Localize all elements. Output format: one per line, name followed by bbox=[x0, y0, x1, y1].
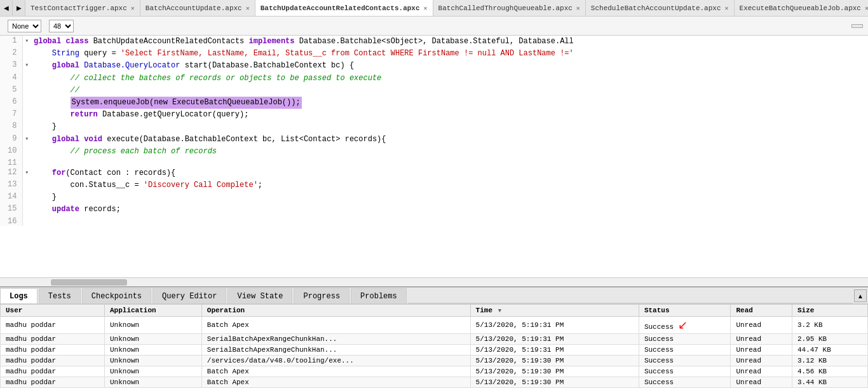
read-cell: Unread bbox=[731, 317, 792, 334]
line-arrow-10 bbox=[22, 146, 31, 158]
tab-5[interactable]: ExecuteBatchQueueableJob.apxc✕ bbox=[735, 0, 868, 17]
code-line-12: 12 ▾ for(Contact con : records){ bbox=[0, 167, 868, 179]
editor-area: 1 ▾ global class BatchUpdateAccountRelat… bbox=[0, 36, 868, 286]
line-arrow-13 bbox=[22, 179, 31, 191]
line-number-14: 14 bbox=[0, 191, 22, 204]
read-cell: Unread bbox=[731, 356, 792, 366]
log-row-1[interactable]: madhu poddar Unknown SerialBatchApexRang… bbox=[1, 334, 868, 345]
line-arrow-1[interactable]: ▾ bbox=[22, 36, 31, 48]
code-line-7: 7 return Database.getQueryLocator(query)… bbox=[0, 109, 868, 121]
status-cell: Success bbox=[639, 334, 731, 345]
code-line-6: 6 System.enqueueJob(new ExecuteBatchQueu… bbox=[0, 97, 868, 109]
tab-close-3[interactable]: ✕ bbox=[576, 4, 580, 12]
user-cell: madhu poddar bbox=[1, 345, 105, 356]
col-operation[interactable]: Operation bbox=[201, 305, 470, 317]
line-arrow-12[interactable]: ▾ bbox=[22, 167, 31, 179]
size-cell: 4.56 KB bbox=[792, 366, 867, 377]
line-code-16 bbox=[31, 216, 868, 226]
operation-cell: SerialBatchApexRangeChunkHan... bbox=[201, 345, 470, 356]
application-cell: Unknown bbox=[105, 345, 202, 356]
col-status[interactable]: Status bbox=[639, 305, 731, 317]
line-arrow-11 bbox=[22, 158, 31, 167]
line-number-15: 15 bbox=[0, 204, 22, 216]
coverage-select[interactable]: None bbox=[8, 20, 41, 32]
user-cell: madhu poddar bbox=[1, 377, 105, 388]
col-read[interactable]: Read bbox=[731, 305, 792, 317]
log-row-5[interactable]: madhu poddar Unknown Batch Apex 5/13/202… bbox=[1, 377, 868, 388]
code-table: 1 ▾ global class BatchUpdateAccountRelat… bbox=[0, 36, 868, 226]
line-arrow-5 bbox=[22, 85, 31, 97]
tab-close-2[interactable]: ✕ bbox=[424, 4, 428, 12]
tab-2[interactable]: BatchUpdateAccountRelatedContacts.apxc✕ bbox=[255, 0, 433, 17]
time-cell: 5/13/2020, 5:19:31 PM bbox=[470, 345, 639, 356]
line-number-4: 4 bbox=[0, 73, 22, 85]
line-arrow-8 bbox=[22, 121, 31, 133]
tab-bar: ◀ ▶ TestContactTrigger.apxc✕BatchAccount… bbox=[0, 0, 868, 17]
log-row-3[interactable]: madhu poddar Unknown /services/data/v48.… bbox=[1, 356, 868, 366]
bottom-tab-tests[interactable]: Tests bbox=[39, 288, 81, 303]
operation-cell: SerialBatchApexRangeChunkHan... bbox=[201, 334, 470, 345]
operation-cell: Batch Apex bbox=[201, 377, 470, 388]
tab-3[interactable]: BatchCalledThroughQueueable.apxc✕ bbox=[433, 0, 586, 17]
line-code-11 bbox=[31, 158, 868, 167]
bottom-tab-progress[interactable]: Progress bbox=[294, 288, 349, 303]
line-number-2: 2 bbox=[0, 48, 22, 60]
log-row-0[interactable]: madhu poddar Unknown Batch Apex 5/13/202… bbox=[1, 317, 868, 334]
collapse-button[interactable]: ▲ bbox=[854, 289, 867, 302]
tab-close-4[interactable]: ✕ bbox=[725, 4, 729, 12]
horizontal-scrollbar[interactable] bbox=[0, 277, 868, 286]
code-line-10: 10 // process each batch of records bbox=[0, 146, 868, 158]
line-code-10: // process each batch of records bbox=[31, 146, 868, 158]
api-select[interactable]: 48 bbox=[49, 20, 74, 32]
code-line-8: 8 } bbox=[0, 121, 868, 133]
tab-nav-next[interactable]: ▶ bbox=[13, 0, 25, 17]
tab-nav-prev[interactable]: ◀ bbox=[0, 0, 13, 17]
col-time[interactable]: Time ▼ bbox=[470, 305, 639, 317]
line-code-7: return Database.getQueryLocator(query); bbox=[31, 109, 868, 121]
line-number-1: 1 bbox=[0, 36, 22, 48]
line-arrow-16 bbox=[22, 216, 31, 226]
line-arrow-3[interactable]: ▾ bbox=[22, 60, 31, 72]
code-line-15: 15 update records; bbox=[0, 204, 868, 216]
tab-label-2: BatchUpdateAccountRelatedContacts.apxc bbox=[261, 4, 420, 12]
code-line-9: 9 ▾ global void execute(Database.Batchab… bbox=[0, 134, 868, 146]
line-arrow-9[interactable]: ▾ bbox=[22, 134, 31, 146]
read-cell: Unread bbox=[731, 366, 792, 377]
tab-1[interactable]: BatchAccountUpdate.apxc✕ bbox=[140, 0, 255, 17]
status-arrow-icon: ↙ bbox=[678, 318, 688, 332]
line-number-3: 3 bbox=[0, 60, 22, 72]
tab-close-1[interactable]: ✕ bbox=[246, 4, 250, 12]
time-cell: 5/13/2020, 5:19:30 PM bbox=[470, 356, 639, 366]
code-line-14: 14 } bbox=[0, 191, 868, 204]
line-number-16: 16 bbox=[0, 216, 22, 226]
goto-button[interactable] bbox=[851, 24, 863, 28]
line-arrow-15 bbox=[22, 204, 31, 216]
tab-0[interactable]: TestContactTrigger.apxc✕ bbox=[25, 0, 140, 17]
col-application[interactable]: Application bbox=[105, 305, 202, 317]
status-cell: Success bbox=[639, 366, 731, 377]
line-number-7: 7 bbox=[0, 109, 22, 121]
col-size[interactable]: Size bbox=[792, 305, 867, 317]
line-number-11: 11 bbox=[0, 158, 22, 167]
code-line-4: 4 // collect the batches of records or o… bbox=[0, 73, 868, 85]
tab-close-5[interactable]: ✕ bbox=[865, 4, 868, 12]
log-row-2[interactable]: madhu poddar Unknown SerialBatchApexRang… bbox=[1, 345, 868, 356]
operation-cell: Batch Apex bbox=[201, 366, 470, 377]
line-code-9: global void execute(Database.BatchableCo… bbox=[31, 134, 868, 146]
bottom-tab-query-editor[interactable]: Query Editor bbox=[153, 288, 226, 303]
log-table: UserApplicationOperationTime ▼StatusRead… bbox=[0, 304, 868, 388]
bottom-tab-view-state[interactable]: View State bbox=[227, 288, 292, 303]
bottom-tab-logs[interactable]: Logs bbox=[0, 288, 37, 303]
tab-close-0[interactable]: ✕ bbox=[131, 4, 135, 12]
code-line-16: 16 bbox=[0, 216, 868, 226]
bottom-tab-problems[interactable]: Problems bbox=[351, 288, 407, 303]
operation-cell: Batch Apex bbox=[201, 317, 470, 334]
bottom-tab-checkpoints[interactable]: Checkpoints bbox=[82, 288, 151, 303]
code-line-2: 2 String query = 'Select FirstName, Last… bbox=[0, 48, 868, 60]
log-row-4[interactable]: madhu poddar Unknown Batch Apex 5/13/202… bbox=[1, 366, 868, 377]
tab-4[interactable]: ScheduleBatchAccountUpdate.apxc✕ bbox=[586, 0, 735, 17]
size-cell: 2.95 KB bbox=[792, 334, 867, 345]
tab-label-5: ExecuteBatchQueueableJob.apxc bbox=[740, 4, 861, 12]
col-user[interactable]: User bbox=[1, 305, 105, 317]
user-cell: madhu poddar bbox=[1, 317, 105, 334]
